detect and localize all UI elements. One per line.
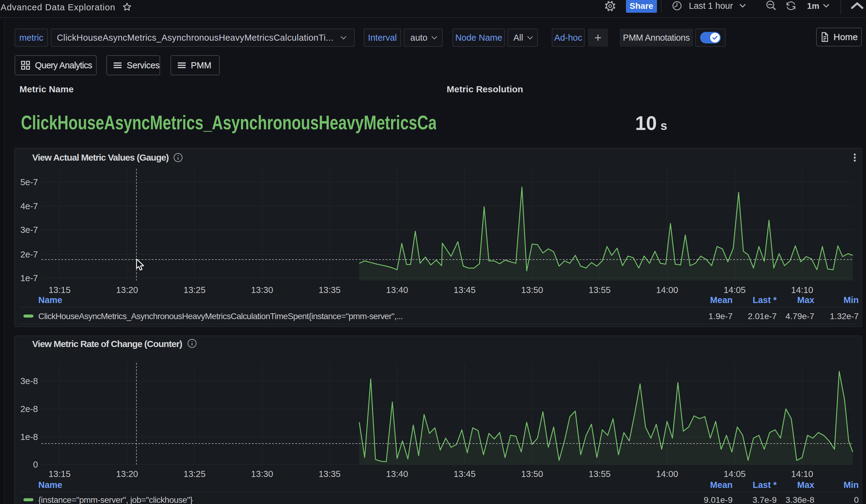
svg-text:4e-7: 4e-7 [20,201,38,211]
svg-text:13:55: 13:55 [589,469,611,479]
svg-text:13:45: 13:45 [454,285,476,295]
svg-text:13:35: 13:35 [319,469,341,479]
svg-text:Last 1 hour: Last 1 hour [689,1,733,11]
svg-text:13:40: 13:40 [386,469,408,479]
svg-text:1m: 1m [807,1,819,11]
svg-text:2e-7: 2e-7 [20,250,38,259]
svg-text:14:00: 14:00 [656,285,678,295]
svg-text:13:15: 13:15 [48,469,71,479]
svg-text:13:50: 13:50 [521,285,543,295]
svg-text:14:00: 14:00 [656,469,678,479]
svg-text:14:10: 14:10 [791,469,813,479]
svg-text:13:25: 13:25 [184,469,206,479]
svg-text:14:10: 14:10 [791,285,813,295]
svg-text:14:05: 14:05 [723,285,746,295]
svg-text:1e-8: 1e-8 [20,432,38,442]
svg-text:13:20: 13:20 [116,469,138,479]
svg-text:13:50: 13:50 [521,469,543,479]
svg-text:3e-8: 3e-8 [20,376,38,386]
svg-text:Share: Share [630,1,653,11]
svg-text:13:45: 13:45 [454,469,476,479]
svg-text:13:35: 13:35 [319,285,341,295]
svg-text:5e-7: 5e-7 [20,177,38,187]
svg-text:13:55: 13:55 [589,285,611,295]
svg-text:13:30: 13:30 [251,285,273,295]
svg-text:2e-8: 2e-8 [20,404,38,414]
svg-text:13:20: 13:20 [116,285,138,295]
svg-text:3e-7: 3e-7 [20,225,38,235]
svg-text:0: 0 [33,460,38,469]
svg-text:13:40: 13:40 [386,285,408,295]
svg-text:13:15: 13:15 [48,285,71,295]
svg-text:13:25: 13:25 [184,285,206,295]
svg-text:1e-7: 1e-7 [20,273,38,283]
svg-text:13:30: 13:30 [251,469,273,479]
svg-text:14:05: 14:05 [723,469,746,479]
